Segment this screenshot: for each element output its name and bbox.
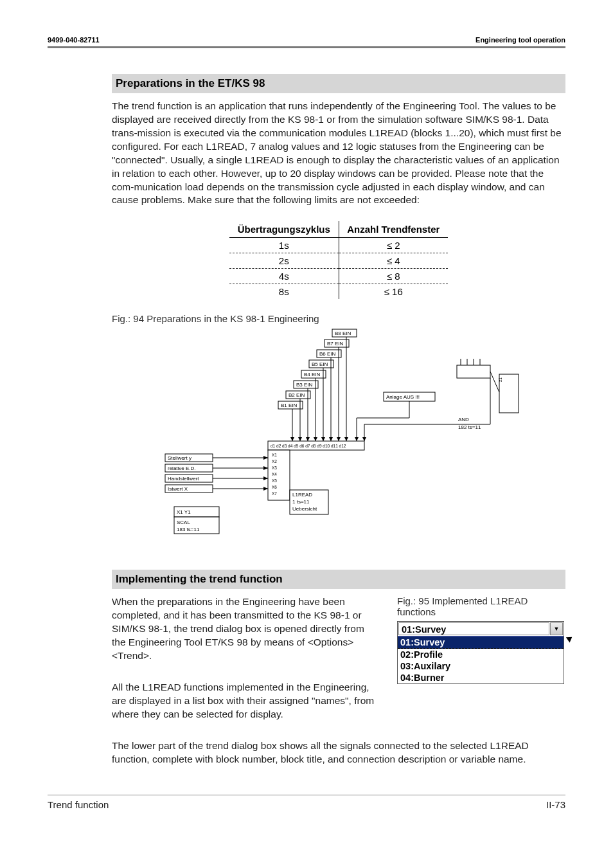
footer-page: II-73: [546, 799, 565, 810]
svg-text:Stellwert y: Stellwert y: [168, 455, 191, 461]
table-cell: 8s: [229, 284, 339, 300]
header-rule: [48, 46, 565, 48]
svg-text:L1READ: L1READ: [292, 492, 312, 498]
svg-marker-61: [263, 487, 268, 491]
table-row: 4s ≤ 8: [229, 269, 448, 284]
svg-marker-27: [321, 437, 325, 441]
table-cell: 1s: [229, 238, 339, 253]
svg-marker-59: [263, 466, 268, 470]
svg-marker-58: [263, 456, 268, 460]
svg-text:X7: X7: [272, 491, 277, 496]
impl-p3: The lower part of the trend dialog box s…: [112, 739, 565, 766]
table-cell: ≤ 16: [339, 284, 448, 300]
svg-marker-25: [337, 437, 341, 441]
svg-text:1 ts=11: 1 ts=11: [292, 499, 310, 505]
svg-text:Uebersicht: Uebersicht: [292, 506, 317, 512]
table-cell: 2s: [229, 253, 339, 269]
table-row: 8s ≤ 16: [229, 284, 448, 300]
svg-text:B2 EIN: B2 EIN: [289, 392, 305, 398]
header-section: Engineering tool operation: [475, 36, 565, 44]
svg-marker-30: [298, 437, 302, 441]
svg-marker-28: [314, 437, 317, 441]
svg-marker-24: [344, 437, 348, 441]
table-cell: ≤ 2: [339, 238, 448, 253]
footer-rule: [48, 795, 565, 795]
dropdown-item[interactable]: 04:Burner: [398, 672, 564, 683]
svg-text:Handstellwert: Handstellwert: [168, 476, 199, 482]
preparations-body: The trend function is an application tha…: [112, 100, 565, 207]
svg-text:X1    Y1: X1 Y1: [177, 509, 191, 515]
svg-marker-72: [355, 437, 359, 441]
table-cell: ≤ 8: [339, 269, 448, 284]
svg-text:X2: X2: [272, 459, 277, 464]
footer-left: Trend function: [48, 799, 109, 810]
svg-text:z1: z1: [498, 377, 502, 382]
limits-table: Übertragungszyklus Anzahl Trendfenster 1…: [229, 221, 448, 299]
svg-text:SCAL: SCAL: [177, 520, 190, 525]
svg-text:B4 EIN: B4 EIN: [304, 372, 321, 377]
svg-text:B3 EIN: B3 EIN: [296, 382, 313, 388]
fig94-diagram: B8 EIN B7 EIN B6 EIN B5 EIN B4 EIN B3 EI…: [112, 328, 565, 547]
svg-text:relative E.D.: relative E.D.: [168, 466, 196, 471]
svg-text:X1: X1: [272, 453, 277, 457]
svg-text:Anlage AUS !!!: Anlage AUS !!!: [386, 394, 420, 400]
svg-text:X4: X4: [272, 472, 277, 476]
fig95-caption: Fig.: 95 Implemented L1READ functions: [397, 595, 565, 617]
dropdown-item[interactable]: 03:Auxilary: [398, 660, 564, 672]
impl-p1: When the preparations in the Engineering…: [112, 595, 379, 663]
svg-text:B5 EIN: B5 EIN: [312, 361, 328, 367]
dropdown-item[interactable]: 02:Profile: [398, 649, 564, 660]
svg-text:Istwert X: Istwert X: [168, 486, 188, 492]
table-cell: 4s: [229, 269, 339, 284]
table-row: 1s ≤ 2: [229, 238, 448, 253]
svg-marker-60: [263, 476, 268, 480]
svg-text:AND: AND: [458, 417, 469, 422]
svg-text:183 ts=11: 183 ts=11: [177, 527, 200, 532]
l1read-dropdown[interactable]: 01:Survey ▼ 01:Survey 02:Profile 03:Auxi…: [397, 621, 564, 684]
doc-number: 9499-040-82711: [48, 36, 100, 44]
chevron-down-icon[interactable]: ▼: [550, 622, 563, 635]
svg-text:X5: X5: [272, 478, 277, 483]
dropdown-selected-value[interactable]: 01:Survey: [398, 622, 549, 635]
table-row: 2s ≤ 4: [229, 253, 448, 269]
svg-rect-73: [457, 365, 490, 378]
svg-marker-31: [290, 437, 294, 441]
table-header: Anzahl Trendfenster: [339, 221, 448, 238]
svg-text:d1 d2 d3 d4 d5 d6 d7 d8 d9 d10: d1 d2 d3 d4 d5 d6 d7 d8 d9 d10 d11 d12: [271, 444, 346, 448]
svg-text:182 ts=11: 182 ts=11: [458, 424, 481, 430]
svg-marker-29: [306, 437, 310, 441]
section-heading-preparations: Preparations in the ET/KS 98: [112, 74, 565, 93]
svg-text:B8 EIN: B8 EIN: [335, 330, 351, 336]
dropdown-item-highlighted[interactable]: 01:Survey: [398, 637, 564, 649]
section-heading-implementing: Implementing the trend function: [112, 570, 565, 589]
svg-text:B1 EIN: B1 EIN: [281, 402, 298, 408]
svg-text:X3: X3: [272, 466, 277, 470]
svg-marker-26: [329, 437, 333, 441]
svg-text:B7 EIN: B7 EIN: [327, 341, 344, 347]
svg-text:B6 EIN: B6 EIN: [319, 351, 336, 357]
svg-marker-84: [362, 437, 366, 441]
impl-p2: All the L1READ functions implemented in …: [112, 681, 379, 721]
svg-text:X6: X6: [272, 485, 277, 489]
table-header: Übertragungszyklus: [229, 221, 339, 238]
fig94-caption: Fig.: 94 Preparations in the KS 98-1 Eng…: [112, 313, 565, 324]
table-cell: ≤ 4: [339, 253, 448, 269]
